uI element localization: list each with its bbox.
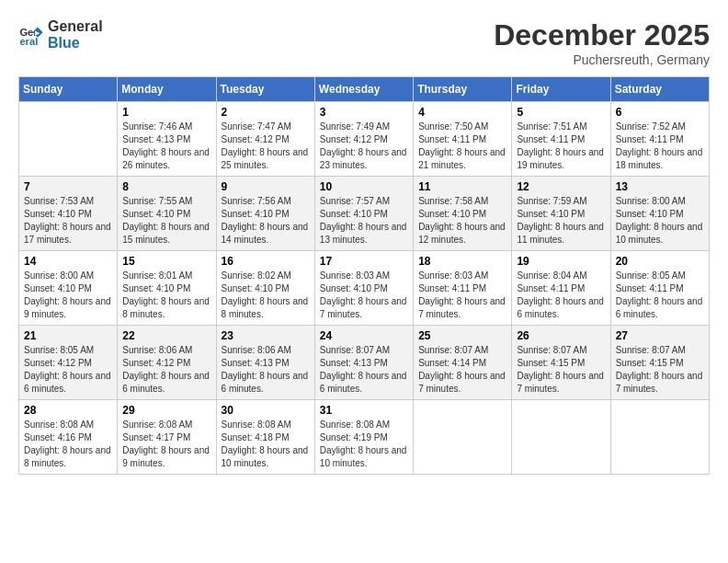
day-number: 13 [616,180,704,193]
logo-line2: Blue [48,35,103,52]
day-cell: 13Sunrise: 8:00 AMSunset: 4:10 PMDayligh… [610,177,709,251]
day-number: 28 [24,404,112,417]
day-cell: 2Sunrise: 7:47 AMSunset: 4:12 PMDaylight… [216,102,314,177]
day-number: 3 [320,106,408,119]
day-cell: 11Sunrise: 7:58 AMSunset: 4:10 PMDayligh… [414,177,512,251]
svg-text:eral: eral [19,36,38,47]
day-number: 25 [418,329,506,342]
day-cell [414,400,512,475]
week-row-0: 1Sunrise: 7:46 AMSunset: 4:13 PMDaylight… [19,102,710,177]
day-info: Sunrise: 8:08 AMSunset: 4:18 PMDaylight:… [222,419,310,470]
day-number: 23 [222,329,310,342]
day-number: 24 [320,329,408,342]
day-number: 7 [24,180,112,193]
day-number: 2 [222,106,310,119]
day-cell: 23Sunrise: 8:06 AMSunset: 4:13 PMDayligh… [216,326,314,400]
header-friday: Friday [512,77,610,102]
day-cell: 15Sunrise: 8:01 AMSunset: 4:10 PMDayligh… [118,251,216,326]
day-cell: 21Sunrise: 8:05 AMSunset: 4:12 PMDayligh… [19,326,118,400]
day-info: Sunrise: 7:51 AMSunset: 4:11 PMDaylight:… [517,121,605,172]
week-row-4: 28Sunrise: 8:08 AMSunset: 4:16 PMDayligh… [19,400,710,475]
day-number: 19 [517,255,605,268]
day-info: Sunrise: 8:08 AMSunset: 4:17 PMDaylight:… [122,419,210,470]
day-cell: 17Sunrise: 8:03 AMSunset: 4:10 PMDayligh… [314,251,413,326]
day-number: 30 [222,404,310,417]
logo-icon: Gen eral ▶ [18,22,44,48]
day-cell: 20Sunrise: 8:05 AMSunset: 4:11 PMDayligh… [610,251,709,326]
week-row-1: 7Sunrise: 7:53 AMSunset: 4:10 PMDaylight… [19,177,710,251]
day-info: Sunrise: 8:05 AMSunset: 4:12 PMDaylight:… [24,344,112,396]
header-sunday: Sunday [19,77,118,102]
day-info: Sunrise: 7:50 AMSunset: 4:11 PMDaylight:… [418,121,506,172]
day-number: 11 [418,180,506,193]
week-row-3: 21Sunrise: 8:05 AMSunset: 4:12 PMDayligh… [19,326,710,400]
day-number: 6 [616,106,704,119]
day-info: Sunrise: 8:06 AMSunset: 4:13 PMDaylight:… [222,344,310,396]
day-cell: 5Sunrise: 7:51 AMSunset: 4:11 PMDaylight… [512,102,610,177]
day-info: Sunrise: 8:03 AMSunset: 4:11 PMDaylight:… [418,270,506,321]
day-info: Sunrise: 8:01 AMSunset: 4:10 PMDaylight:… [122,270,210,321]
day-info: Sunrise: 8:00 AMSunset: 4:10 PMDaylight:… [24,270,112,321]
day-number: 21 [24,329,112,342]
day-info: Sunrise: 7:58 AMSunset: 4:10 PMDaylight:… [418,195,506,247]
day-cell: 18Sunrise: 8:03 AMSunset: 4:11 PMDayligh… [414,251,512,326]
day-cell: 26Sunrise: 8:07 AMSunset: 4:15 PMDayligh… [512,326,610,400]
day-cell: 10Sunrise: 7:57 AMSunset: 4:10 PMDayligh… [314,177,413,251]
calendar-header-row: SundayMondayTuesdayWednesdayThursdayFrid… [19,77,710,102]
day-cell: 30Sunrise: 8:08 AMSunset: 4:18 PMDayligh… [216,400,314,475]
header-wednesday: Wednesday [314,77,413,102]
day-cell: 7Sunrise: 7:53 AMSunset: 4:10 PMDaylight… [19,177,118,251]
day-cell: 14Sunrise: 8:00 AMSunset: 4:10 PMDayligh… [19,251,118,326]
day-info: Sunrise: 8:08 AMSunset: 4:19 PMDaylight:… [320,419,408,470]
day-number: 1 [122,106,210,119]
day-info: Sunrise: 8:08 AMSunset: 4:16 PMDaylight:… [24,419,112,470]
day-number: 12 [517,180,605,193]
day-number: 26 [517,329,605,342]
logo-line1: General [48,18,103,35]
day-cell: 31Sunrise: 8:08 AMSunset: 4:19 PMDayligh… [314,400,413,475]
day-number: 18 [418,255,506,268]
day-cell: 8Sunrise: 7:55 AMSunset: 4:10 PMDaylight… [118,177,216,251]
day-info: Sunrise: 7:52 AMSunset: 4:11 PMDaylight:… [616,121,704,172]
logo: Gen eral ▶ General Blue [18,18,103,51]
location: Puchersreuth, Germany [494,52,710,67]
day-cell [610,400,709,475]
day-info: Sunrise: 7:49 AMSunset: 4:12 PMDaylight:… [320,121,408,172]
day-number: 27 [616,329,704,342]
day-cell: 9Sunrise: 7:56 AMSunset: 4:10 PMDaylight… [216,177,314,251]
day-number: 10 [320,180,408,193]
day-info: Sunrise: 7:46 AMSunset: 4:13 PMDaylight:… [122,121,210,172]
day-cell: 1Sunrise: 7:46 AMSunset: 4:13 PMDaylight… [118,102,216,177]
day-number: 17 [320,255,408,268]
day-number: 31 [320,404,408,417]
day-cell: 19Sunrise: 8:04 AMSunset: 4:11 PMDayligh… [512,251,610,326]
day-cell: 22Sunrise: 8:06 AMSunset: 4:12 PMDayligh… [118,326,216,400]
header-tuesday: Tuesday [216,77,314,102]
day-info: Sunrise: 8:07 AMSunset: 4:15 PMDaylight:… [517,344,605,396]
day-cell: 29Sunrise: 8:08 AMSunset: 4:17 PMDayligh… [118,400,216,475]
day-cell: 12Sunrise: 7:59 AMSunset: 4:10 PMDayligh… [512,177,610,251]
day-info: Sunrise: 8:07 AMSunset: 4:14 PMDaylight:… [418,344,506,396]
day-number: 4 [418,106,506,119]
day-info: Sunrise: 7:55 AMSunset: 4:10 PMDaylight:… [122,195,210,247]
day-info: Sunrise: 8:07 AMSunset: 4:13 PMDaylight:… [320,344,408,396]
day-info: Sunrise: 7:56 AMSunset: 4:10 PMDaylight:… [222,195,310,247]
calendar-table: SundayMondayTuesdayWednesdayThursdayFrid… [18,76,710,475]
day-info: Sunrise: 8:04 AMSunset: 4:11 PMDaylight:… [517,270,605,321]
day-cell: 16Sunrise: 8:02 AMSunset: 4:10 PMDayligh… [216,251,314,326]
day-cell: 24Sunrise: 8:07 AMSunset: 4:13 PMDayligh… [314,326,413,400]
month-year: December 2025 [494,18,710,52]
day-info: Sunrise: 8:06 AMSunset: 4:12 PMDaylight:… [122,344,210,396]
day-info: Sunrise: 7:57 AMSunset: 4:10 PMDaylight:… [320,195,408,247]
day-number: 29 [122,404,210,417]
day-info: Sunrise: 8:07 AMSunset: 4:15 PMDaylight:… [616,344,704,396]
header-thursday: Thursday [414,77,512,102]
day-info: Sunrise: 8:05 AMSunset: 4:11 PMDaylight:… [616,270,704,321]
day-info: Sunrise: 8:02 AMSunset: 4:10 PMDaylight:… [222,270,310,321]
day-cell: 28Sunrise: 8:08 AMSunset: 4:16 PMDayligh… [19,400,118,475]
day-number: 8 [122,180,210,193]
day-info: Sunrise: 7:59 AMSunset: 4:10 PMDaylight:… [517,195,605,247]
day-info: Sunrise: 8:00 AMSunset: 4:10 PMDaylight:… [616,195,704,247]
day-number: 14 [24,255,112,268]
day-cell: 6Sunrise: 7:52 AMSunset: 4:11 PMDaylight… [610,102,709,177]
